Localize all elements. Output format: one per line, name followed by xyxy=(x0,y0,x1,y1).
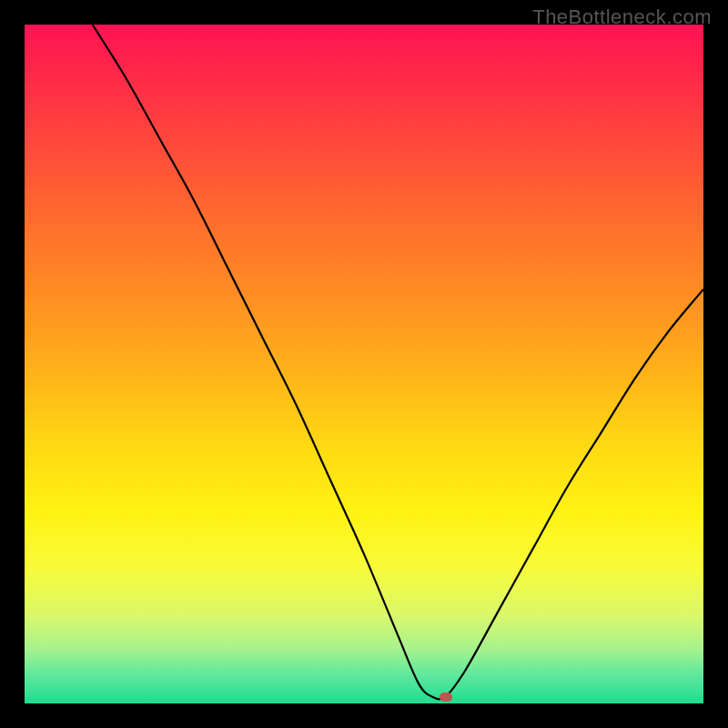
watermark-text: TheBottleneck.com xyxy=(532,5,712,29)
optimum-marker xyxy=(440,693,452,702)
plot-area xyxy=(25,25,703,703)
bottleneck-curve xyxy=(25,25,703,703)
chart-frame: TheBottleneck.com xyxy=(0,0,728,728)
curve-path xyxy=(93,25,703,699)
